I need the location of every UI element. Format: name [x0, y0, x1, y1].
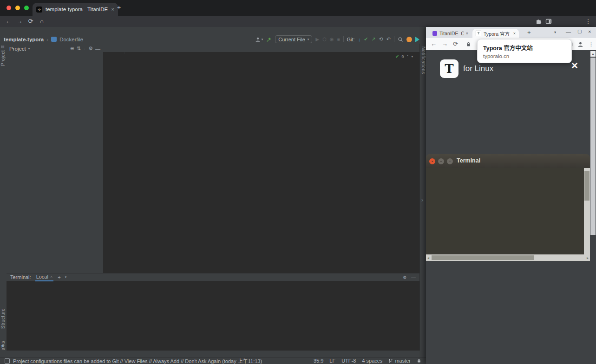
git-branch-name[interactable]: master: [395, 358, 411, 364]
stripe-notifications-label[interactable]: Notifications: [421, 46, 426, 74]
profiler-icon[interactable]: ◉: [330, 37, 334, 42]
build-hammer-icon[interactable]: [266, 37, 272, 42]
indent-style[interactable]: 4 spaces: [362, 358, 382, 364]
tooltip-title: Typora 官方中文站: [483, 43, 566, 52]
forward-icon[interactable]: →: [15, 16, 24, 27]
inspections-widget[interactable]: ✔ 9 ⌃ ▾: [395, 54, 413, 59]
expand-all-icon[interactable]: ⇅: [77, 46, 81, 52]
bran​ch-icon: [388, 358, 393, 363]
editor-gutter: [103, 52, 124, 54]
git-update-icon[interactable]: ↓: [358, 37, 361, 42]
run-config-selector[interactable]: Current File ▾: [275, 35, 312, 43]
terminal-tool-window: Terminal: Local × + ▾ ⚙ —: [7, 273, 419, 351]
left-tool-stripe: ▤ Project Structure Bookmarks ⚑: [0, 44, 7, 351]
browser-menu-icon[interactable]: ⋮: [583, 16, 593, 27]
project-tool-window: Project ▾ ⊕ ⇅ ÷ ⚙ —: [7, 44, 104, 273]
maximize-window-button[interactable]: [24, 6, 29, 10]
new-tab-icon[interactable]: +: [527, 29, 531, 36]
readonly-lock-icon[interactable]: [417, 358, 421, 363]
terminal-options-chevron-icon[interactable]: ▾: [65, 275, 67, 279]
locate-file-icon[interactable]: ⊕: [70, 46, 74, 52]
terminal-hide-icon[interactable]: —: [411, 275, 416, 280]
minimize-icon[interactable]: —: [566, 29, 571, 34]
project-panel-title[interactable]: Project: [9, 46, 26, 52]
prev-problem-icon[interactable]: ⌃: [406, 55, 409, 58]
preview-tab-titanide[interactable]: TitanIDE_Cl ×: [429, 29, 472, 38]
collapse-all-icon[interactable]: ÷: [83, 46, 86, 52]
close-tab-icon[interactable]: ×: [513, 31, 516, 36]
tool-window-bar: [0, 351, 426, 357]
scroll-up-arrow[interactable]: ▲: [590, 51, 596, 57]
editor-area: ✔ 9 ⌃ ▾: [103, 44, 419, 273]
run-icon[interactable]: ▶: [315, 37, 319, 42]
close-tab-icon[interactable]: ×: [111, 6, 114, 12]
line-separator[interactable]: LF: [329, 358, 335, 364]
editor-body[interactable]: ✔ 9 ⌃ ▾: [103, 52, 419, 273]
terminal-tab-local[interactable]: Local ×: [35, 273, 54, 281]
whats-new-icon[interactable]: [406, 37, 412, 42]
git-history-icon[interactable]: ⟲: [379, 36, 383, 42]
editor-code[interactable]: [124, 52, 419, 54]
terminal-settings-gear-icon[interactable]: ⚙: [403, 275, 407, 280]
home-icon[interactable]: ⌂: [37, 16, 46, 27]
stripe-project-label[interactable]: Project: [0, 50, 6, 66]
browser-tab[interactable]: ‹t› template-typora - TitanIDE ×: [33, 3, 118, 16]
git-label: Git:: [347, 37, 355, 42]
next-problem-icon[interactable]: ▾: [411, 55, 413, 58]
minimize-window-button[interactable]: [15, 6, 20, 10]
reload-icon[interactable]: ⟳: [453, 38, 458, 50]
close-tab-icon[interactable]: ×: [466, 31, 468, 36]
git-rollback-icon[interactable]: ↶: [386, 36, 391, 42]
hide-panel-icon[interactable]: —: [95, 46, 100, 52]
ide-menubar: [0, 27, 426, 35]
preview-tab-label: Typora 官方: [484, 30, 511, 37]
tab-list-chevron-icon[interactable]: ▾: [554, 30, 556, 34]
new-terminal-icon[interactable]: +: [58, 274, 60, 280]
profile-icon[interactable]: [577, 41, 583, 47]
reload-icon[interactable]: ⟳: [26, 16, 35, 27]
screen: ‹t› template-typora - TitanIDE × + ← → ⟳…: [0, 0, 596, 364]
new-tab-button[interactable]: +: [117, 4, 121, 11]
preview-tab-typora[interactable]: T Typora 官方 ×: [472, 29, 519, 38]
editor-tab-bar: [103, 44, 419, 52]
page-scrollbar-thumb[interactable]: [590, 58, 596, 235]
status-message[interactable]: Project configurations files can be adde…: [13, 357, 262, 364]
back-icon[interactable]: ←: [431, 38, 437, 50]
close-icon[interactable]: ×: [588, 29, 591, 34]
git-commit-icon[interactable]: ✔: [364, 36, 368, 42]
browser-navbar: ← → ⟳ ⌂ https://try.titanide.cn/ide/web/…: [0, 16, 596, 27]
debug-icon[interactable]: ⬡: [322, 37, 327, 42]
project-stripe-icon: ▤: [1, 45, 5, 49]
terminal-tab-close-icon[interactable]: ×: [50, 274, 52, 279]
project-view-chevron-icon[interactable]: ▾: [28, 47, 30, 51]
user-icon[interactable]: [255, 37, 261, 42]
stripe-structure-label[interactable]: Structure: [0, 308, 6, 329]
right-tool-stripe: Notifications ›: [419, 44, 426, 351]
browser-menu-icon[interactable]: ⋮: [588, 38, 594, 50]
terminal-label: Terminal:: [10, 274, 31, 280]
breadcrumb-file[interactable]: Dockerfile: [59, 37, 83, 42]
banner-close-icon[interactable]: ✕: [571, 60, 578, 71]
typora-logo: T: [440, 59, 458, 78]
breadcrumb-project[interactable]: template-typora: [4, 37, 44, 42]
event-log-icon[interactable]: [5, 358, 10, 364]
file-encoding[interactable]: UTF-8: [341, 358, 356, 364]
settings-gear-icon[interactable]: ⚙: [88, 46, 93, 52]
side-panel-icon[interactable]: [545, 18, 552, 25]
status-bar: Project configurations files can be adde…: [0, 357, 426, 364]
back-icon[interactable]: ←: [4, 16, 13, 27]
extensions-puzzle-icon[interactable]: [535, 18, 542, 25]
breadcrumb: template-typora › Dockerfile: [4, 35, 83, 43]
git-push-icon[interactable]: ↗: [371, 36, 375, 42]
caret-position[interactable]: 35:9: [314, 358, 323, 364]
browser-tab-strip: ‹t› template-typora - TitanIDE × +: [0, 0, 596, 16]
search-everywhere-icon[interactable]: [398, 37, 403, 42]
restore-icon[interactable]: ▢: [577, 29, 582, 34]
titanide-logo-icon[interactable]: [415, 37, 419, 42]
window-controls[interactable]: [7, 6, 33, 10]
user-chevron-icon: ▾: [262, 38, 263, 41]
close-window-button[interactable]: [7, 6, 11, 10]
splitter-expand-icon[interactable]: ›: [421, 197, 423, 203]
forward-icon[interactable]: →: [442, 38, 448, 50]
stop-icon[interactable]: ■: [337, 37, 340, 42]
